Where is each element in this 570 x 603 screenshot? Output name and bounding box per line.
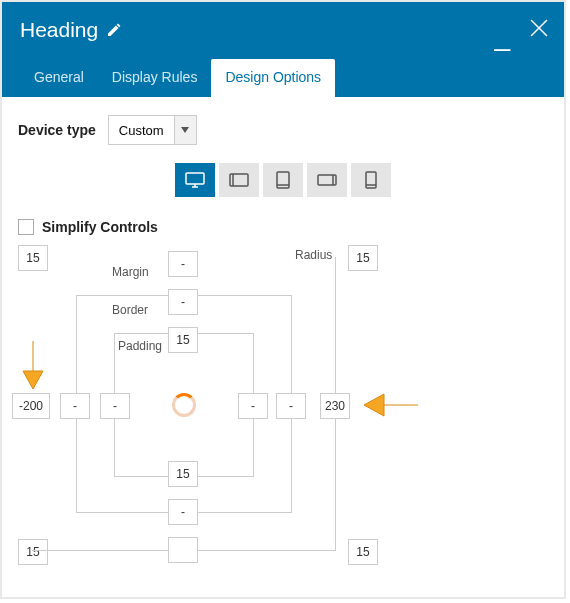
margin-top-input[interactable]: - bbox=[168, 251, 198, 277]
tab-design-options[interactable]: Design Options bbox=[211, 59, 335, 97]
border-label: Border bbox=[112, 303, 148, 317]
margin-left-input[interactable]: -200 bbox=[12, 393, 50, 419]
svg-rect-0 bbox=[186, 173, 204, 184]
titlebar: Heading _ bbox=[2, 2, 564, 57]
device-type-select[interactable]: Custom bbox=[108, 115, 197, 145]
simplify-row: Simplify Controls bbox=[18, 219, 548, 235]
tab-general[interactable]: General bbox=[20, 59, 98, 97]
arrow-right-annotation bbox=[362, 391, 418, 419]
radius-bottom-right-input[interactable]: 15 bbox=[348, 539, 378, 565]
simplify-checkbox[interactable] bbox=[18, 219, 34, 235]
device-desktop-button[interactable] bbox=[175, 163, 215, 197]
border-right-input[interactable]: - bbox=[276, 393, 306, 419]
spinner-icon bbox=[172, 393, 196, 417]
device-tablet-landscape-button[interactable] bbox=[219, 163, 259, 197]
device-phone-landscape-button[interactable] bbox=[307, 163, 347, 197]
device-phone-portrait-button[interactable] bbox=[351, 163, 391, 197]
margin-right-input[interactable]: 230 bbox=[320, 393, 350, 419]
margin-bottom-input[interactable] bbox=[168, 537, 198, 563]
minimize-button[interactable]: _ bbox=[494, 20, 510, 52]
simplify-label: Simplify Controls bbox=[42, 219, 158, 235]
close-button[interactable] bbox=[528, 17, 550, 43]
padding-left-input[interactable]: - bbox=[100, 393, 130, 419]
border-bottom-input[interactable]: - bbox=[168, 499, 198, 525]
border-left-input[interactable]: - bbox=[60, 393, 90, 419]
window-controls: _ bbox=[494, 2, 550, 57]
tab-bar: General Display Rules Design Options bbox=[2, 57, 564, 97]
padding-top-input[interactable]: 15 bbox=[168, 327, 198, 353]
settings-panel: Heading _ General Display Rules Design O… bbox=[0, 0, 566, 599]
device-type-value: Custom bbox=[109, 116, 174, 144]
box-model-editor: Radius 15 15 15 15 Margin - -200 230 Bor… bbox=[18, 245, 378, 565]
panel-body: Device type Custom bbox=[2, 97, 564, 597]
dropdown-arrow-icon bbox=[174, 116, 196, 144]
padding-right-input[interactable]: - bbox=[238, 393, 268, 419]
pencil-icon[interactable] bbox=[106, 22, 122, 38]
tab-display-rules[interactable]: Display Rules bbox=[98, 59, 212, 97]
padding-label: Padding bbox=[118, 339, 162, 353]
panel-title: Heading bbox=[20, 18, 98, 42]
padding-bottom-input[interactable]: 15 bbox=[168, 461, 198, 487]
arrow-left-annotation bbox=[20, 341, 46, 391]
device-tablet-portrait-button[interactable] bbox=[263, 163, 303, 197]
border-top-input[interactable]: - bbox=[168, 289, 198, 315]
device-type-row: Device type Custom bbox=[18, 115, 548, 145]
margin-label: Margin bbox=[112, 265, 149, 279]
device-type-label: Device type bbox=[18, 122, 96, 138]
device-icon-group bbox=[18, 163, 548, 197]
radius-top-right-input[interactable]: 15 bbox=[348, 245, 378, 271]
